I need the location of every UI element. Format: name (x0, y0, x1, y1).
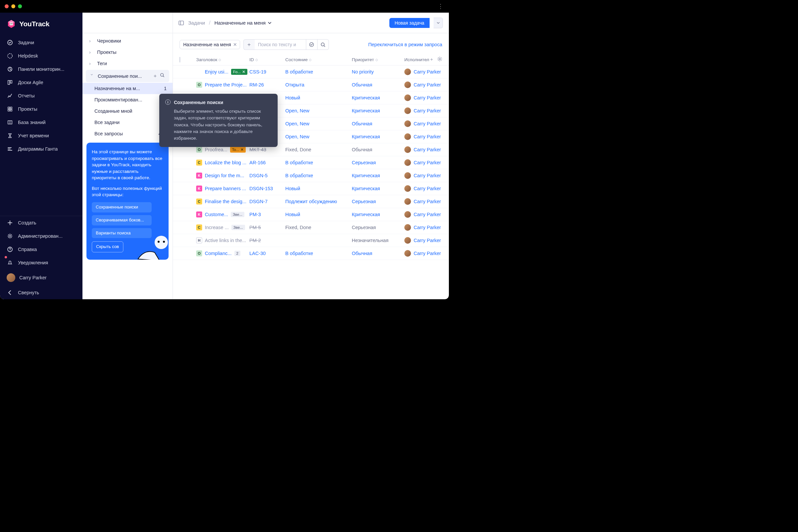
issue-tag[interactable]: Зве... (231, 212, 244, 217)
issue-id-link[interactable]: PM-3 (249, 212, 261, 217)
tree-group-1[interactable]: › Проекты (82, 46, 173, 58)
issue-title-link[interactable]: Enjoy usi... (205, 69, 228, 75)
issue-id-link[interactable]: DSGN-153 (249, 186, 273, 191)
issue-priority[interactable]: Критическая (352, 95, 380, 100)
issue-state[interactable]: Fixed, Done (285, 225, 311, 230)
assignee-link[interactable]: Carry Parker (414, 160, 441, 165)
issue-state[interactable]: Open, New (285, 108, 309, 113)
filter-chip-assigned-to-me[interactable]: Назначенные на меня ✕ (179, 40, 240, 49)
sidebar-bottom-3[interactable]: Уведомления (0, 256, 82, 269)
sidebar-item-1[interactable]: Helpdesk (0, 49, 82, 62)
issue-id-link[interactable]: RM-26 (249, 82, 264, 88)
issue-title-link[interactable]: Active links in the... (205, 238, 246, 243)
issue-id-link[interactable]: MKT-43 (249, 147, 266, 152)
issue-priority[interactable]: Обычная (352, 251, 372, 256)
issue-title-link[interactable]: Prepare banners ... (205, 186, 246, 191)
logo[interactable]: YT YouTrack (0, 13, 82, 35)
issue-priority[interactable]: No priority (352, 69, 374, 75)
saved-search-item-0[interactable]: Назначенные на м... 1 (82, 83, 173, 94)
issue-priority[interactable]: Серьезная (352, 225, 376, 230)
issue-tag[interactable]: To...✕ (230, 147, 246, 153)
assignee-link[interactable]: Carry Parker (414, 95, 441, 100)
column-priority[interactable]: Приоритет◇ (352, 57, 404, 62)
table-row[interactable]: OComplianc...2 LAC-30 В обработке Обычна… (173, 247, 449, 260)
issue-state[interactable]: Открыта (285, 82, 304, 88)
tree-group-2[interactable]: › Теги (82, 58, 173, 69)
filter-options-icon[interactable] (306, 39, 318, 50)
breadcrumb-root[interactable]: Задачи (188, 20, 205, 25)
table-row[interactable]: CIncrease ...Зве... PM-5 Fixed, Done Сер… (173, 221, 449, 234)
sidebar-item-0[interactable]: Задачи (0, 36, 82, 49)
new-task-dropdown-button[interactable] (434, 18, 443, 28)
sidebar-item-7[interactable]: Учет времени (0, 129, 82, 142)
column-title[interactable]: Заголовок◇ (196, 57, 249, 62)
add-saved-search-icon[interactable]: ＋ (152, 73, 158, 79)
add-column-icon[interactable]: ＋ (429, 57, 434, 62)
assignee-link[interactable]: Carry Parker (414, 134, 441, 139)
sidebar-item-4[interactable]: Отчеты (0, 89, 82, 102)
table-settings-icon[interactable] (437, 57, 442, 62)
sidebar-item-5[interactable]: Проекты (0, 102, 82, 116)
saved-searches-group[interactable]: › Сохраненные пои... ＋ (86, 70, 169, 82)
table-row[interactable]: CLocalize the blog ... AR-166 В обработк… (173, 156, 449, 169)
issue-title-link[interactable]: Finalise the desig... (205, 199, 246, 204)
new-task-button[interactable]: Новая задача (390, 18, 430, 28)
search-button[interactable] (318, 39, 329, 50)
table-row[interactable]: CFinalise the desig... DSGN-7 Подлежит о… (173, 195, 449, 208)
issue-state[interactable]: Fixed, Done (285, 147, 311, 152)
assignee-link[interactable]: Carry Parker (414, 82, 441, 88)
issue-priority[interactable]: Серьезная (352, 199, 376, 204)
switch-to-query-mode-link[interactable]: Переключиться в режим запроса (368, 42, 442, 47)
issue-priority[interactable]: Критическая (352, 212, 380, 217)
issue-id-link[interactable]: PM-5 (249, 225, 261, 230)
column-id[interactable]: ID◇ (249, 57, 285, 62)
issue-priority[interactable]: Обычная (352, 121, 372, 126)
remove-tag-icon[interactable]: ✕ (242, 70, 245, 74)
remove-filter-icon[interactable]: ✕ (233, 42, 237, 47)
minimize-window-button[interactable] (11, 4, 15, 8)
assignee-link[interactable]: Carry Parker (414, 69, 441, 75)
assignee-link[interactable]: Carry Parker (414, 238, 441, 243)
sidebar-item-8[interactable]: Диаграммы Ганта (0, 142, 82, 156)
assignee-link[interactable]: Carry Parker (414, 251, 441, 256)
table-row[interactable]: Enjoy usi...Fo...✕ CSS-19 В обработке No… (173, 65, 449, 78)
add-filter-button[interactable]: ＋ (243, 39, 255, 50)
table-row[interactable]: HActive links in the... PM-2 Незначитель… (173, 234, 449, 247)
issue-title-link[interactable]: Custome... (205, 212, 228, 217)
assignee-link[interactable]: Carry Parker (414, 199, 441, 204)
issue-priority[interactable]: Серьезная (352, 160, 376, 165)
issue-state[interactable]: Новый (285, 186, 300, 191)
issue-title-link[interactable]: Increase ... (205, 225, 229, 230)
breadcrumb-current[interactable]: Назначенные на меня (214, 20, 272, 25)
sidebar-bottom-0[interactable]: Создать (0, 216, 82, 229)
issue-state[interactable]: В обработке (285, 69, 313, 75)
table-row[interactable]: KCustome...Зве... PM-3 Новый Критическая… (173, 208, 449, 221)
issue-state[interactable]: Open, New (285, 121, 309, 126)
issue-id-link[interactable]: LAC-30 (249, 251, 266, 256)
assignee-link[interactable]: Carry Parker (414, 225, 441, 230)
column-assignee[interactable]: Исполнител (404, 57, 429, 62)
sidebar-item-6[interactable]: База знаний (0, 116, 82, 129)
tree-group-0[interactable]: › Черновики (82, 35, 173, 46)
issue-id-link[interactable]: DSGN-5 (249, 173, 268, 178)
issue-priority[interactable]: Обычная (352, 147, 372, 152)
onboard-chip-1[interactable]: Сворачиваемая боков... (92, 215, 152, 225)
assignee-link[interactable]: Carry Parker (414, 147, 441, 152)
close-window-button[interactable] (5, 4, 8, 8)
issue-tag[interactable]: Fo...✕ (231, 69, 247, 75)
sidebar-bottom-1[interactable]: Администрирован... (0, 229, 82, 243)
search-icon[interactable] (160, 73, 166, 79)
issue-state[interactable]: В обработке (285, 160, 313, 165)
assignee-link[interactable]: Carry Parker (414, 212, 441, 217)
issue-priority[interactable]: Критическая (352, 186, 380, 191)
collapse-sidebar-button[interactable]: Свернуть (0, 286, 82, 299)
issue-state[interactable]: Новый (285, 95, 300, 100)
issue-title-link[interactable]: Prepare the Proje... (205, 82, 247, 88)
current-user[interactable]: Carry Parker (0, 269, 82, 286)
issue-priority[interactable]: Незначительная (352, 238, 388, 243)
issue-id-link[interactable]: PM-2 (249, 238, 261, 243)
sidebar-bottom-2[interactable]: Справка (0, 243, 82, 256)
maximize-window-button[interactable] (18, 4, 22, 8)
issue-state[interactable]: Новый (285, 212, 300, 217)
table-row[interactable]: KPrepare banners ... DSGN-153 Новый Крит… (173, 182, 449, 195)
